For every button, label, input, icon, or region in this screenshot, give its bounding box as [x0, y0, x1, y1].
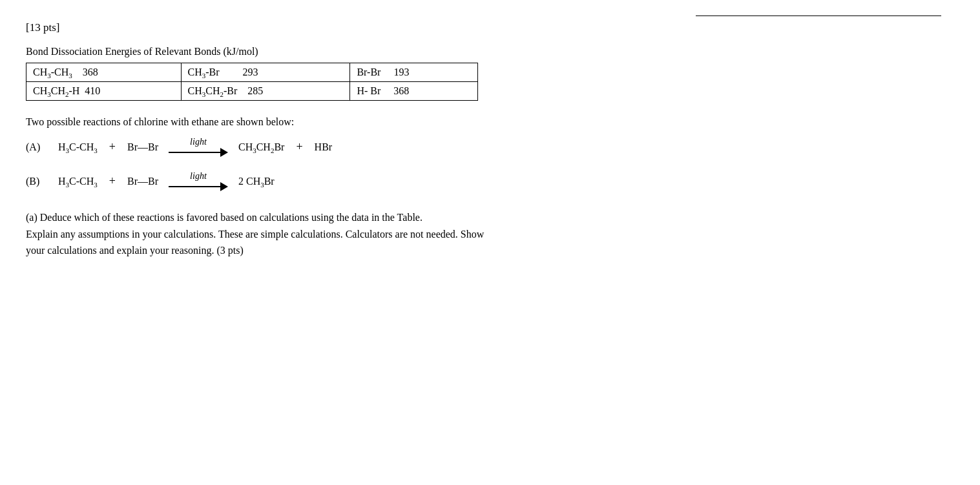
reaction-a-reactant1: H3C-CH3: [58, 141, 98, 153]
question-a-line3: your calculations and explain your reaso…: [26, 242, 941, 259]
reaction-a-label: (A): [26, 141, 58, 153]
reaction-b-plus1: +: [109, 174, 116, 188]
cell-hbr: H- Br 368: [350, 82, 478, 101]
reaction-a-block: (A) H3C-CH3 + Br—Br light CH3CH2Br + HBr: [26, 137, 941, 157]
reaction-b-block: (B) H3C-CH3 + Br—Br light 2 CH3Br: [26, 171, 941, 191]
cell-brbr: Br-Br 193: [350, 63, 478, 82]
reaction-b-reactant1: H3C-CH3: [58, 176, 98, 187]
question-a-line2: Explain any assumptions in your calculat…: [26, 226, 941, 243]
cell-ch3ch3: CH3-CH3 368: [26, 63, 182, 82]
reaction-b-product1: 2 CH3Br: [238, 176, 275, 187]
reaction-a-plus1: +: [109, 140, 116, 154]
table-row: CH3-CH3 368 CH3-Br 293 Br-Br 193: [26, 63, 478, 82]
table-title: Bond Dissociation Energies of Relevant B…: [26, 46, 941, 57]
bond-dissociation-table: CH3-CH3 368 CH3-Br 293 Br-Br 193 CH3CH2-…: [26, 63, 478, 101]
reaction-a-product2: HBr: [315, 141, 333, 153]
reaction-a-plus2: +: [296, 140, 302, 154]
reaction-b-light-label: light: [190, 171, 207, 181]
reaction-b-arrow: light: [169, 171, 228, 191]
reaction-a-product1: CH3CH2Br: [238, 141, 284, 153]
table-row: CH3CH2-H 410 CH3CH2-Br 285 H- Br 368: [26, 82, 478, 101]
cell-ch3ch2h: CH3CH2-H 410: [26, 82, 182, 101]
cell-ch3br: CH3-Br 293: [181, 63, 350, 82]
reaction-a-light-label: light: [190, 137, 207, 147]
pts-label: [13 pts]: [26, 21, 941, 34]
reactions-intro: Two possible reactions of chlorine with …: [26, 116, 941, 128]
question-a-text: (a) Deduce which of these reactions is f…: [26, 209, 941, 259]
reaction-a-arrow: light: [169, 137, 228, 157]
top-line: [26, 13, 941, 16]
reaction-b-label: (B): [26, 176, 58, 187]
reaction-a-reactant2: Br—Br: [127, 141, 158, 153]
cell-ch3ch2br: CH3CH2-Br 285: [181, 82, 350, 101]
question-a-line1: (a) Deduce which of these reactions is f…: [26, 209, 941, 226]
reaction-b-reactant2: Br—Br: [127, 176, 158, 187]
